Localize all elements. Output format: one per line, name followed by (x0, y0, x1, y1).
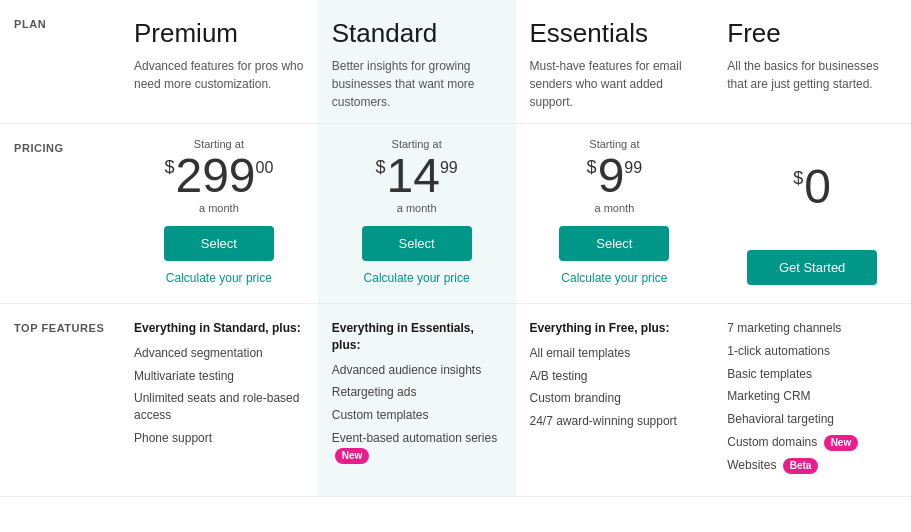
standard-pricing: Starting at $ 14 99 a month Select Calcu… (318, 124, 516, 304)
premium-features-list: Advanced segmentation Multivariate testi… (134, 345, 304, 447)
essentials-features-list: All email templates A/B testing Custom b… (530, 345, 700, 430)
new-badge: New (335, 448, 370, 464)
standard-calc-link[interactable]: Calculate your price (328, 271, 506, 285)
free-get-started-button[interactable]: Get Started (747, 250, 877, 285)
list-item: 24/7 award-winning support (530, 413, 700, 430)
pricing-section-label: PRICING (14, 142, 64, 154)
premium-select-button[interactable]: Select (164, 226, 274, 261)
standard-price-main: 14 (387, 152, 440, 200)
new-badge: New (824, 435, 859, 451)
pricing-table-container: PLAN Premium Advanced features for pros … (0, 0, 911, 497)
standard-select-button[interactable]: Select (362, 226, 472, 261)
standard-desc: Better insights for growing businesses t… (332, 57, 502, 111)
essentials-price-cents: 99 (624, 160, 642, 176)
essentials-name: Essentials (530, 18, 700, 49)
essentials-calc-link[interactable]: Calculate your price (526, 271, 704, 285)
premium-currency: $ (164, 158, 174, 176)
premium-features: Everything in Standard, plus: Advanced s… (120, 304, 318, 497)
list-item: 7 marketing channels (727, 320, 897, 337)
features-section-label: TOP FEATURES (14, 322, 104, 334)
list-item: Custom templates (332, 407, 502, 424)
free-desc: All the basics for businesses that are j… (727, 57, 897, 93)
list-item: Multivariate testing (134, 368, 304, 385)
list-item: Event-based automation series New (332, 430, 502, 464)
free-features-list: 7 marketing channels 1-click automations… (727, 320, 897, 474)
list-item: Unlimited seats and role-based access (134, 390, 304, 424)
plan-premium-header: Premium Advanced features for pros who n… (120, 0, 318, 124)
essentials-features-intro: Everything in Free, plus: (530, 320, 700, 337)
essentials-desc: Must-have features for email senders who… (530, 57, 700, 111)
standard-price-wrap: $ 14 99 (328, 152, 506, 200)
features-label: TOP FEATURES (0, 304, 120, 497)
list-item: 1-click automations (727, 343, 897, 360)
premium-calc-link[interactable]: Calculate your price (130, 271, 308, 285)
free-features: 7 marketing channels 1-click automations… (713, 304, 911, 497)
list-item: Custom branding (530, 390, 700, 407)
standard-features-intro: Everything in Essentials, plus: (332, 320, 502, 354)
essentials-select-button[interactable]: Select (559, 226, 669, 261)
essentials-price-wrap: $ 9 99 (526, 152, 704, 200)
list-item: Phone support (134, 430, 304, 447)
standard-price-cents: 99 (440, 160, 458, 176)
essentials-per-month: a month (526, 202, 704, 214)
free-starting-spacer (723, 138, 901, 155)
list-item: Basic templates (727, 366, 897, 383)
beta-badge: Beta (783, 458, 819, 474)
premium-name: Premium (134, 18, 304, 49)
list-item: Advanced segmentation (134, 345, 304, 362)
premium-desc: Advanced features for pros who need more… (134, 57, 304, 93)
pricing-table: PLAN Premium Advanced features for pros … (0, 0, 911, 497)
plan-label: PLAN (0, 0, 120, 124)
premium-price-main: 299 (175, 152, 255, 200)
list-item: Custom domains New (727, 434, 897, 451)
list-item: Advanced audience insights (332, 362, 502, 379)
standard-per-month: a month (328, 202, 506, 214)
essentials-features: Everything in Free, plus: All email temp… (516, 304, 714, 497)
list-item: Behavioral targeting (727, 411, 897, 428)
free-price-main: 0 (804, 163, 831, 211)
pricing-label: PRICING (0, 124, 120, 304)
premium-pricing: Starting at $ 299 00 a month Select Calc… (120, 124, 318, 304)
free-name: Free (727, 18, 897, 49)
list-item: All email templates (530, 345, 700, 362)
standard-currency: $ (376, 158, 386, 176)
plan-standard-header: Standard Better insights for growing bus… (318, 0, 516, 124)
list-item: Websites Beta (727, 457, 897, 474)
standard-features: Everything in Essentials, plus: Advanced… (318, 304, 516, 497)
list-item: Marketing CRM (727, 388, 897, 405)
free-pricing: $ 0 Get Started (713, 124, 911, 304)
premium-price-cents: 00 (256, 160, 274, 176)
free-price-wrap: $ 0 (723, 155, 901, 219)
free-currency: $ (793, 169, 803, 187)
standard-features-list: Advanced audience insights Retargeting a… (332, 362, 502, 464)
premium-per-month: a month (130, 202, 308, 214)
plan-section-label: PLAN (14, 18, 46, 30)
plan-essentials-header: Essentials Must-have features for email … (516, 0, 714, 124)
list-item: Retargeting ads (332, 384, 502, 401)
essentials-pricing: Starting at $ 9 99 a month Select Calcul… (516, 124, 714, 304)
plan-free-header: Free All the basics for businesses that … (713, 0, 911, 124)
list-item: A/B testing (530, 368, 700, 385)
free-per-month-spacer (723, 221, 901, 238)
premium-price-wrap: $ 299 00 (130, 152, 308, 200)
essentials-price-main: 9 (598, 152, 625, 200)
premium-features-intro: Everything in Standard, plus: (134, 320, 304, 337)
standard-name: Standard (332, 18, 502, 49)
essentials-currency: $ (587, 158, 597, 176)
